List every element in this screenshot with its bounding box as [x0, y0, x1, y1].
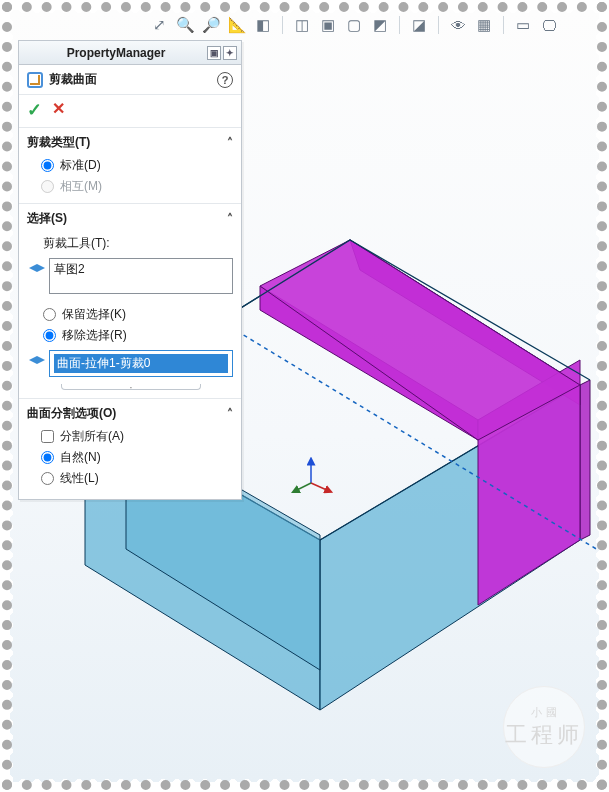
cube-icon[interactable]: ◫ — [291, 14, 313, 36]
feature-row: 剪裁曲面 ? — [19, 65, 241, 95]
watermark-big: 工程师 — [505, 720, 583, 750]
radio-mutual: 相互(M) — [41, 178, 233, 195]
svg-line-13 — [295, 483, 311, 491]
trim-tool-listbox[interactable]: 草图2 — [49, 258, 233, 294]
chevron-up-icon[interactable]: ˄ — [227, 212, 233, 226]
zoom-icon[interactable]: 🔎 — [200, 14, 222, 36]
section-title-sel: 选择(S) — [27, 210, 67, 227]
panel-header: PropertyManager ▣ ✦ — [19, 41, 241, 65]
list-item[interactable]: 草图2 — [54, 261, 228, 278]
wireframe-icon[interactable]: ▢ — [343, 14, 365, 36]
radio-keep[interactable]: 保留选择(K) — [43, 306, 233, 323]
radio-standard[interactable]: 标准(D) — [41, 157, 233, 174]
view-orient-icon[interactable]: 📐 — [226, 14, 248, 36]
scene-icon[interactable]: ▦ — [473, 14, 495, 36]
zoom-fit-icon[interactable]: ⤢ — [148, 14, 170, 36]
svg-line-12 — [311, 483, 329, 491]
help-icon[interactable]: ? — [217, 72, 233, 88]
hidden-icon[interactable]: ◩ — [369, 14, 391, 36]
trim-tool-label: 剪裁工具(T): — [43, 235, 233, 252]
cancel-button[interactable]: ✕ — [52, 99, 65, 121]
svg-marker-8 — [260, 240, 580, 440]
view-toolbar: ⤢ 🔍 🔎 📐 ◧ ◫ ▣ ▢ ◩ ◪ 👁 ▦ ▭ 🖵 — [148, 14, 587, 36]
svg-marker-2 — [580, 380, 590, 540]
feature-name: 剪裁曲面 — [49, 71, 97, 88]
watermark: 小 國 工程师 — [503, 686, 585, 768]
shaded-icon[interactable]: ▣ — [317, 14, 339, 36]
chevron-up-icon[interactable]: ˄ — [227, 136, 233, 150]
zoom-area-icon[interactable]: 🔍 — [174, 14, 196, 36]
trim-tool-icon — [29, 260, 45, 276]
display-icon[interactable]: 🖵 — [538, 14, 560, 36]
section-trim-type: 剪裁类型(T) ˄ 标准(D) 相互(M) — [19, 128, 241, 204]
ok-button[interactable]: ✓ — [27, 99, 42, 121]
selection-listbox[interactable]: 曲面-拉伸1-剪裁0 — [49, 350, 233, 377]
trim-surface-icon — [27, 72, 43, 88]
list-item[interactable]: 曲面-拉伸1-剪裁0 — [54, 354, 228, 373]
selection-icon — [29, 352, 45, 368]
radio-remove[interactable]: 移除选择(R) — [43, 327, 233, 344]
section-selection: 选择(S) ˄ 剪裁工具(T): 草图2 保留选择(K) — [19, 204, 241, 399]
orientation-triad[interactable] — [295, 455, 335, 499]
check-split-all[interactable]: 分割所有(A) — [41, 428, 233, 445]
display-style-icon[interactable]: ◧ — [252, 14, 274, 36]
hide-show-icon[interactable]: 👁 — [447, 14, 469, 36]
section-title-trim: 剪裁类型(T) — [27, 134, 90, 151]
section-icon[interactable]: ◪ — [408, 14, 430, 36]
radio-natural[interactable]: 自然(N) — [41, 449, 233, 466]
capture-icon[interactable]: ▭ — [512, 14, 534, 36]
panel-title: PropertyManager — [25, 46, 207, 60]
chevron-up-icon[interactable]: ˄ — [227, 407, 233, 421]
radio-linear[interactable]: 线性(L) — [41, 470, 233, 487]
expand-handle[interactable] — [61, 384, 201, 390]
section-split-options: 曲面分割选项(O) ˄ 分割所有(A) 自然(N) 线性(L) — [19, 399, 241, 499]
pushpin-icon[interactable]: ✦ — [223, 46, 237, 60]
keep-visible-icon[interactable]: ▣ — [207, 46, 221, 60]
watermark-small: 小 國 — [531, 705, 556, 720]
section-title-split: 曲面分割选项(O) — [27, 405, 116, 422]
confirm-row: ✓ ✕ — [19, 95, 241, 128]
property-manager-panel: PropertyManager ▣ ✦ 剪裁曲面 ? ✓ ✕ 剪裁类型(T) ˄ — [18, 40, 242, 500]
